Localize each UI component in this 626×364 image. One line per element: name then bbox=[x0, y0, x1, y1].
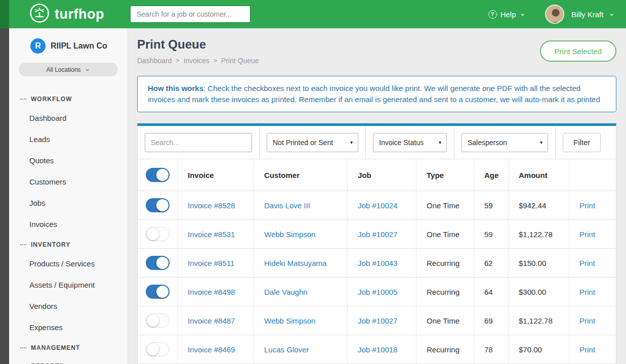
company-name: RIIPL Lawn Co bbox=[51, 41, 107, 51]
row-select-toggle[interactable] bbox=[146, 227, 170, 241]
invoice-type: One Time bbox=[416, 220, 474, 248]
invoice-link[interactable]: Invoice #8511 bbox=[188, 259, 234, 267]
invoice-link[interactable]: Invoice #8487 bbox=[188, 316, 235, 325]
section-reports: REPORTS bbox=[9, 356, 128, 364]
sidebar-item-dashboard[interactable]: Dashboard bbox=[9, 108, 128, 129]
sidebar-item-leads[interactable]: Leads bbox=[9, 129, 128, 150]
sidebar-item-invoices[interactable]: Invoices bbox=[9, 214, 128, 235]
section-dash-icon bbox=[20, 244, 26, 245]
invoice-type: Recurring bbox=[416, 249, 474, 277]
print-link[interactable]: Print bbox=[579, 345, 595, 354]
sidebar-item-vendors[interactable]: Vendors bbox=[9, 296, 128, 317]
sidebar-item-quotes[interactable]: Quotes bbox=[9, 150, 128, 171]
sidebar-item-assets-equipment[interactable]: Assets / Equipment bbox=[9, 275, 128, 296]
print-selected-button[interactable]: Print Selected bbox=[540, 40, 616, 62]
logo-text: turfhop bbox=[55, 7, 104, 22]
invoice-amount: $300.00 bbox=[509, 278, 569, 306]
select-all-toggle[interactable] bbox=[146, 168, 170, 182]
breadcrumb-dashboard[interactable]: Dashboard bbox=[137, 57, 172, 65]
info-body: : Check the checkboxes next to each invo… bbox=[148, 84, 600, 104]
sidebar-nav: WORKFLOW Dashboard Leads Quotes Customer… bbox=[9, 89, 128, 364]
col-header-age: Age bbox=[474, 159, 509, 191]
app-window: turfhop ? Help ⌄ Billy Kraft ⌄ R bbox=[0, 0, 626, 364]
company-badge-icon: R bbox=[30, 38, 46, 54]
invoice-amount: $70.00 bbox=[509, 335, 569, 363]
invoice-amount: $1,122.78 bbox=[509, 220, 569, 248]
job-link[interactable]: Job #10043 bbox=[358, 259, 397, 267]
chevron-down-icon: ⌄ bbox=[519, 11, 526, 16]
print-link[interactable]: Print bbox=[579, 288, 595, 296]
dropdown-value: Invoice Status bbox=[379, 139, 424, 147]
topbar: turfhop ? Help ⌄ Billy Kraft ⌄ bbox=[0, 0, 626, 28]
row-select-toggle[interactable] bbox=[146, 256, 170, 270]
print-queue-panel: Not Printed or Sent ▾ Invoice Status ▾ S… bbox=[137, 123, 616, 364]
print-link[interactable]: Print bbox=[579, 201, 595, 210]
global-search-input[interactable] bbox=[130, 6, 251, 23]
rail-top bbox=[0, 0, 9, 28]
customer-link[interactable]: Lucas Glover bbox=[264, 345, 309, 354]
invoice-age: 59 bbox=[474, 191, 509, 219]
info-box: How this works: Check the checkboxes nex… bbox=[137, 76, 616, 112]
row-select-toggle[interactable] bbox=[146, 313, 170, 328]
row-select-toggle[interactable] bbox=[146, 198, 170, 212]
table-search-input[interactable] bbox=[145, 133, 252, 152]
customer-link[interactable]: Webb Simpson bbox=[264, 316, 315, 325]
col-header-job: Job bbox=[348, 159, 416, 191]
print-link[interactable]: Print bbox=[579, 316, 595, 325]
row-select-toggle[interactable] bbox=[146, 285, 170, 299]
user-name[interactable]: Billy Kraft bbox=[571, 10, 603, 19]
job-link[interactable]: Job #10005 bbox=[358, 288, 397, 296]
help-icon: ? bbox=[488, 10, 497, 19]
caret-down-icon: ▾ bbox=[439, 140, 441, 145]
filter-button[interactable]: Filter bbox=[563, 133, 601, 152]
turfhop-logo-icon bbox=[29, 3, 50, 25]
salesperson-dropdown[interactable]: Salesperson ▾ bbox=[462, 133, 548, 152]
avatar[interactable] bbox=[545, 5, 564, 24]
sidebar-item-customers[interactable]: Customers bbox=[9, 171, 128, 193]
invoice-type: One Time bbox=[416, 191, 474, 219]
section-label: WORKFLOW bbox=[31, 96, 72, 103]
invoice-age: 62 bbox=[474, 249, 509, 277]
invoice-link[interactable]: Invoice #8531 bbox=[188, 230, 235, 239]
dropdown-value: Not Printed or Sent bbox=[273, 139, 333, 147]
printed-or-sent-dropdown[interactable]: Not Printed or Sent ▾ bbox=[267, 133, 358, 152]
print-link[interactable]: Print bbox=[579, 230, 595, 239]
breadcrumb-invoices[interactable]: Invoices bbox=[184, 57, 210, 65]
print-link[interactable]: Print bbox=[579, 259, 595, 267]
chevron-down-icon: ⌄ bbox=[608, 11, 615, 16]
help-menu[interactable]: ? Help ⌄ bbox=[488, 10, 526, 19]
sidebar-item-expenses[interactable]: Expenses bbox=[9, 317, 128, 338]
invoice-link[interactable]: Invoice #8498 bbox=[188, 288, 235, 296]
job-link[interactable]: Job #10018 bbox=[358, 345, 397, 354]
customer-link[interactable]: Dale Vaughn bbox=[264, 288, 308, 296]
job-link[interactable]: Job #10027 bbox=[358, 230, 397, 239]
table-row: Invoice #8469 Lucas Glover Job #10018 Re… bbox=[138, 335, 616, 364]
col-header-actions bbox=[569, 159, 616, 191]
col-header-customer: Customer bbox=[254, 159, 348, 191]
job-link[interactable]: Job #10027 bbox=[358, 316, 397, 325]
dropdown-value: Salesperson bbox=[468, 139, 507, 147]
col-header-amount: Amount bbox=[509, 159, 569, 191]
section-inventory: INVENTORY bbox=[9, 235, 128, 253]
info-title: How this works bbox=[148, 84, 203, 93]
table-row: Invoice #8511 Hideki Matsuyama Job #1004… bbox=[138, 249, 616, 278]
main-content: Print Queue Dashboard > Invoices > Print… bbox=[128, 28, 626, 364]
company-row[interactable]: R RIIPL Lawn Co bbox=[9, 28, 128, 54]
row-select-toggle[interactable] bbox=[146, 342, 170, 356]
invoice-link[interactable]: Invoice #8528 bbox=[188, 201, 235, 210]
turfhop-logo[interactable]: turfhop bbox=[0, 3, 128, 25]
customer-link[interactable]: Hideki Matsuyama bbox=[264, 259, 326, 267]
job-link[interactable]: Job #10024 bbox=[358, 201, 397, 210]
invoice-link[interactable]: Invoice #8469 bbox=[188, 345, 235, 354]
section-dash-icon bbox=[20, 347, 26, 348]
invoice-status-dropdown[interactable]: Invoice Status ▾ bbox=[373, 133, 447, 152]
sidebar-item-products-services[interactable]: Products / Services bbox=[9, 253, 128, 275]
invoice-age: 78 bbox=[474, 335, 509, 363]
customer-link[interactable]: Webb Simpson bbox=[264, 230, 315, 239]
invoice-type: Recurring bbox=[416, 278, 474, 306]
table-header-row: Invoice Customer Job Type Age Amount bbox=[138, 159, 616, 191]
customer-link[interactable]: Davis Love III bbox=[264, 201, 310, 210]
all-locations-dropdown[interactable]: All Locations ⌄ bbox=[19, 63, 118, 76]
caret-down-icon: ▾ bbox=[350, 140, 353, 145]
sidebar-item-jobs[interactable]: Jobs bbox=[9, 193, 128, 214]
